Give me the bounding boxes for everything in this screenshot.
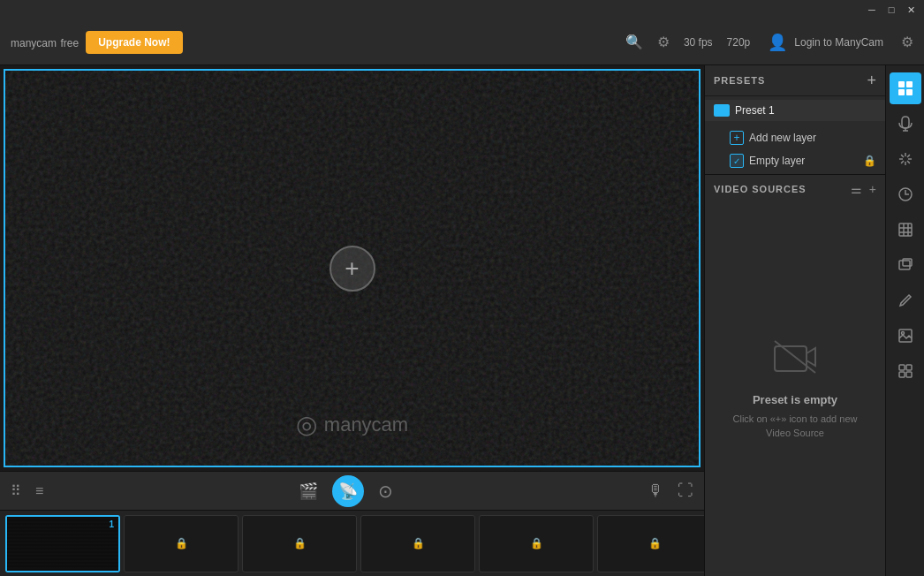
rail-audio-icon[interactable] — [890, 108, 921, 140]
empty-layer-label: Empty layer — [749, 155, 858, 167]
layer-list: + Add new layer ✓ Empty layer 🔒 — [705, 125, 885, 174]
snapshot-button[interactable]: ⊙ — [378, 481, 393, 502]
camera-button[interactable]: 🎬 — [299, 481, 318, 501]
svg-rect-22 — [906, 372, 912, 377]
icon-rail — [885, 65, 924, 576]
rail-grid-icon[interactable] — [890, 355, 921, 387]
preset-thumb-content-1 — [7, 517, 118, 571]
vs-icons: ⚌ + — [851, 182, 876, 196]
video-sources-section: VIDEO SOURCES ⚌ + — [705, 174, 885, 203]
lock-icon-2: 🔒 — [175, 537, 188, 549]
lock-icon-5: 🔒 — [530, 537, 543, 549]
rail-presets-icon[interactable] — [890, 72, 921, 104]
svg-rect-20 — [906, 365, 912, 370]
resolution-badge: 720p — [727, 36, 751, 49]
right-sidebar: PRESETS + Preset 1 + Add new layer — [704, 65, 885, 576]
maximize-button[interactable]: □ — [885, 4, 897, 16]
add-new-layer-item[interactable]: + Add new layer — [705, 126, 885, 149]
rail-effects-icon[interactable] — [890, 143, 921, 175]
layer-lock-icon: 🔒 — [863, 155, 876, 167]
login-text[interactable]: Login to ManyCam — [794, 36, 883, 49]
content-area: + ◎ manycam ⠿ ≡ 🎬 📡 ⊙ 🎙 ⛶ — [0, 65, 924, 576]
lock-icon-4: 🔒 — [412, 537, 425, 549]
svg-rect-15 — [899, 261, 910, 269]
presets-strip: 1 🔒 🔒 🔒 🔒 � — [0, 510, 704, 576]
presets-title: PRESETS — [714, 75, 867, 86]
preset-thumb-6[interactable]: 🔒 — [597, 515, 704, 572]
layer-check-icon: ✓ — [730, 154, 744, 168]
vs-add-icon[interactable]: + — [869, 182, 876, 196]
logo-text: manycam free — [11, 34, 79, 50]
rail-gallery-icon[interactable] — [890, 320, 921, 352]
empty-preset-area: Preset is empty Click on «+» icon to add… — [705, 203, 885, 576]
minimize-button[interactable]: ─ — [866, 4, 878, 16]
empty-preset-title: Preset is empty — [753, 393, 837, 406]
watermark-text: manycam — [324, 413, 408, 436]
svg-rect-3 — [898, 81, 905, 87]
svg-rect-21 — [899, 372, 905, 377]
rail-chroma-icon[interactable] — [890, 214, 921, 246]
svg-rect-10 — [899, 224, 912, 236]
presets-panel: PRESETS + Preset 1 + Add new layer — [705, 65, 885, 576]
search-icon[interactable]: 🔍 — [625, 34, 643, 50]
list-view-icon[interactable]: ≡ — [35, 483, 43, 499]
presets-panel-header: PRESETS + — [705, 65, 885, 96]
video-sources-title: VIDEO SOURCES — [714, 184, 851, 194]
preset-number-1: 1 — [109, 519, 114, 529]
empty-camera-icon — [773, 339, 817, 383]
svg-rect-19 — [899, 365, 905, 370]
preset-thumb-5[interactable]: 🔒 — [479, 515, 594, 572]
watermark: ◎ manycam — [296, 410, 408, 439]
empty-layer-item[interactable]: ✓ Empty layer 🔒 — [705, 149, 885, 172]
main-settings-icon[interactable]: ⚙ — [901, 34, 913, 50]
title-bar: ─ □ ✕ — [0, 0, 924, 19]
rail-history-icon[interactable] — [890, 178, 921, 210]
empty-preset-description: Click on «+» icon to add new Video Sourc… — [723, 412, 867, 441]
bottom-toolbar: ⠿ ≡ 🎬 📡 ⊙ 🎙 ⛶ — [0, 471, 704, 510]
mic-button[interactable]: 🎙 — [648, 481, 663, 500]
header: manycam free Upgrade Now! 🔍 ⚙ 30 fps 720… — [0, 19, 924, 65]
preset-item-1[interactable]: Preset 1 — [705, 100, 885, 121]
preset-noise-1 — [7, 517, 118, 571]
preset-item-icon-1 — [714, 104, 730, 117]
add-layer-label: Add new layer — [749, 132, 876, 144]
drag-handle-icon[interactable]: ⠿ — [11, 482, 21, 499]
lock-icon-6: 🔒 — [648, 537, 662, 549]
video-sources-header: VIDEO SOURCES ⚌ + — [705, 175, 885, 203]
add-preset-button[interactable]: + — [867, 72, 876, 88]
preset-thumb-3[interactable]: 🔒 — [242, 515, 357, 572]
svg-rect-4 — [906, 81, 913, 87]
preset-list: Preset 1 — [705, 96, 885, 125]
broadcast-button[interactable]: 📡 — [332, 475, 364, 507]
close-button[interactable]: ✕ — [905, 4, 917, 16]
upgrade-button[interactable]: Upgrade Now! — [86, 31, 182, 54]
logo-suffix: free — [60, 37, 79, 49]
video-canvas: + ◎ manycam — [4, 69, 701, 467]
lock-icon-3: 🔒 — [293, 537, 307, 549]
rail-draw-icon[interactable] — [890, 284, 921, 316]
svg-rect-6 — [906, 89, 913, 95]
main-area: + ◎ manycam ⠿ ≡ 🎬 📡 ⊙ 🎙 ⛶ — [0, 65, 704, 576]
rail-overlay-icon[interactable] — [890, 249, 921, 281]
svg-rect-5 — [898, 89, 905, 95]
add-source-button[interactable]: + — [329, 246, 375, 292]
settings-icon[interactable]: ⚙ — [657, 34, 670, 50]
add-layer-icon: + — [730, 131, 744, 145]
app-container: manycam free Upgrade Now! 🔍 ⚙ 30 fps 720… — [0, 19, 924, 576]
vs-collapse-icon[interactable]: ⚌ — [851, 182, 862, 196]
preset-thumb-4[interactable]: 🔒 — [360, 515, 475, 572]
add-source-icon: + — [345, 254, 359, 283]
preset-thumb-2[interactable]: 🔒 — [124, 515, 239, 572]
preset-thumb-1[interactable]: 1 — [5, 515, 120, 572]
header-controls: 🔍 ⚙ 30 fps 720p — [625, 34, 750, 50]
svg-rect-0 — [775, 346, 807, 371]
svg-marker-1 — [807, 348, 815, 366]
header-right: 👤 Login to ManyCam ⚙ — [768, 33, 913, 52]
preset-item-label-1: Preset 1 — [735, 104, 876, 117]
fps-badge: 30 fps — [684, 36, 713, 49]
logo-area: manycam free Upgrade Now! — [11, 31, 183, 54]
fullscreen-button[interactable]: ⛶ — [678, 481, 693, 500]
watermark-logo-icon: ◎ — [296, 410, 317, 439]
user-icon[interactable]: 👤 — [768, 33, 787, 52]
logo-main: manycam — [11, 37, 57, 49]
